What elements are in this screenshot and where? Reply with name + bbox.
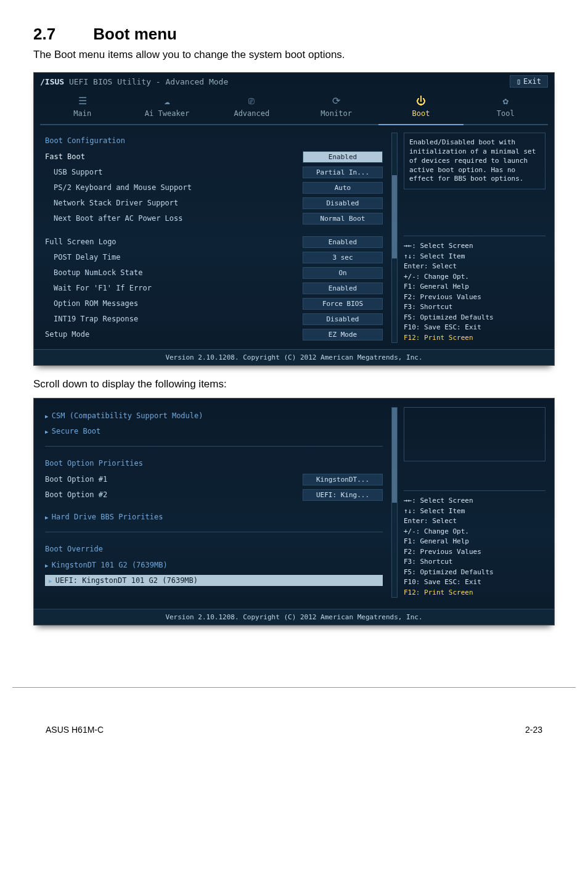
bios-copyright-2: Version 2.10.1208. Copyright (C) 2012 Am… [34,609,554,625]
link-secure-boot[interactable]: Secure Boot [45,424,383,438]
override-item-2[interactable]: UEFI: KingstonDT 101 G2 (7639MB) [45,574,383,587]
override-item-1[interactable]: KingstonDT 101 G2 (7639MB) [45,558,383,572]
bios-screenshot-2: CSM (Compatibility Support Module) Secur… [33,398,555,625]
heading-text: Boot menu [93,25,177,43]
help-box: Enabled/Disabled boot with initializatio… [404,133,545,189]
key-legend-2: →←: Select Screen ↑↓: Select Item Enter:… [404,490,545,598]
bios-tabs: ☰Main ☁Ai Tweaker ⎚Advanced ⟳Monitor ⏻Bo… [40,91,548,125]
row-setup-mode[interactable]: Setup ModeEZ Mode [45,328,383,341]
tab-ai-tweaker[interactable]: ☁Ai Tweaker [125,91,209,124]
key-legend: →←: Select Screen ↑↓: Select Item Enter:… [404,236,545,343]
list-icon: ☰ [40,95,125,107]
bios-screenshot-1: /ISUS UEFI BIOS Utility - Advanced Mode … [33,72,555,366]
row-fast-boot[interactable]: Fast BootEnabled [45,150,383,163]
tab-boot[interactable]: ⏻Boot [378,91,463,124]
row-usb-support[interactable]: USB SupportPartial In... [45,165,383,179]
section-override: Boot Override [45,545,383,553]
tab-tool[interactable]: ✿Tool [463,91,548,124]
monitor-icon: ⟳ [294,95,378,107]
advanced-icon: ⎚ [210,95,294,107]
mid-text: Scroll down to display the following ite… [33,378,555,390]
row-wait-f1[interactable]: Wait For 'F1' If ErrorEnabled [45,281,383,295]
bios-title: UEFI BIOS Utility - Advanced Mode [69,77,228,86]
bios-copyright: Version 2.10.1208. Copyright (C) 2012 Am… [34,349,554,365]
tab-advanced[interactable]: ⎚Advanced [210,91,294,124]
scroll-thumb-2[interactable] [392,408,397,503]
row-full-screen-logo[interactable]: Full Screen LogoEnabled [45,235,383,249]
link-hdd-priorities[interactable]: Hard Drive BBS Priorities [45,510,383,524]
row-numlock[interactable]: Bootup NumLock StateOn [45,266,383,279]
tool-icon: ✿ [463,95,548,107]
tab-monitor[interactable]: ⟳Monitor [294,91,378,124]
footer-left: ASUS H61M-C [46,725,104,735]
scroll-thumb[interactable] [392,175,397,259]
row-post-delay[interactable]: POST Delay Time3 sec [45,250,383,264]
page-footer: ASUS H61M-C 2-23 [12,687,576,753]
scrollbar-2[interactable] [391,407,398,598]
exit-icon: ▯ [517,77,521,86]
row-boot-opt-1[interactable]: Boot Option #1KingstonDT... [45,472,383,486]
row-network-stack[interactable]: Network Stack Driver SupportDisabled [45,196,383,210]
section-heading: 2.7 Boot menu [33,25,555,44]
row-int19[interactable]: INT19 Trap ResponseDisabled [45,312,383,326]
heading-number: 2.7 [33,25,89,44]
exit-button[interactable]: ▯ Exit [510,75,548,88]
power-icon: ⏻ [378,95,463,107]
section-priorities: Boot Option Priorities [45,459,383,468]
footer-right: 2-23 [525,725,542,735]
row-ps2-support[interactable]: PS/2 Keyboard and Mouse SupportAuto [45,181,383,194]
row-next-boot[interactable]: Next Boot after AC Power LossNormal Boot [45,212,383,225]
link-csm[interactable]: CSM (Compatibility Support Module) [45,409,383,423]
scrollbar[interactable] [391,133,398,343]
section-boot-config: Boot Configuration [45,136,383,145]
intro-text: The Boot menu items allow you to change … [33,49,555,61]
help-box-2 [404,407,545,461]
row-boot-opt-2[interactable]: Boot Option #2UEFI: King... [45,488,383,501]
tab-main[interactable]: ☰Main [40,91,125,124]
cloud-icon: ☁ [125,95,209,107]
row-option-rom[interactable]: Option ROM MessagesForce BIOS [45,297,383,310]
